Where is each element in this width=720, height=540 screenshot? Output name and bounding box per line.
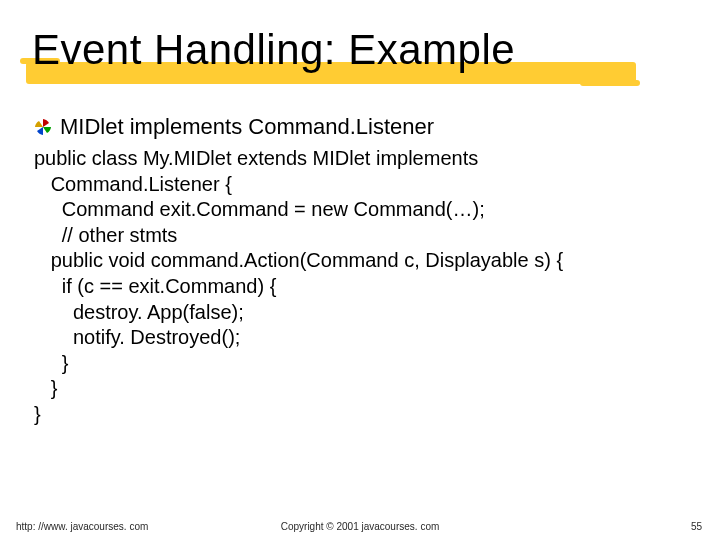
title-block: Event Handling: Example xyxy=(0,0,692,72)
footer-copyright: Copyright © 2001 javacourses. com xyxy=(0,521,720,532)
subheading-line: MIDlet implements Command.Listener xyxy=(34,114,720,140)
page-number: 55 xyxy=(691,521,702,532)
page-title: Event Handling: Example xyxy=(32,28,692,72)
pinwheel-bullet-icon xyxy=(34,118,52,136)
slide: Event Handling: Example MIDlet implement… xyxy=(0,0,720,540)
code-block: public class My.MIDlet extends MIDlet im… xyxy=(34,146,720,428)
subheading-text: MIDlet implements Command.Listener xyxy=(60,114,434,139)
